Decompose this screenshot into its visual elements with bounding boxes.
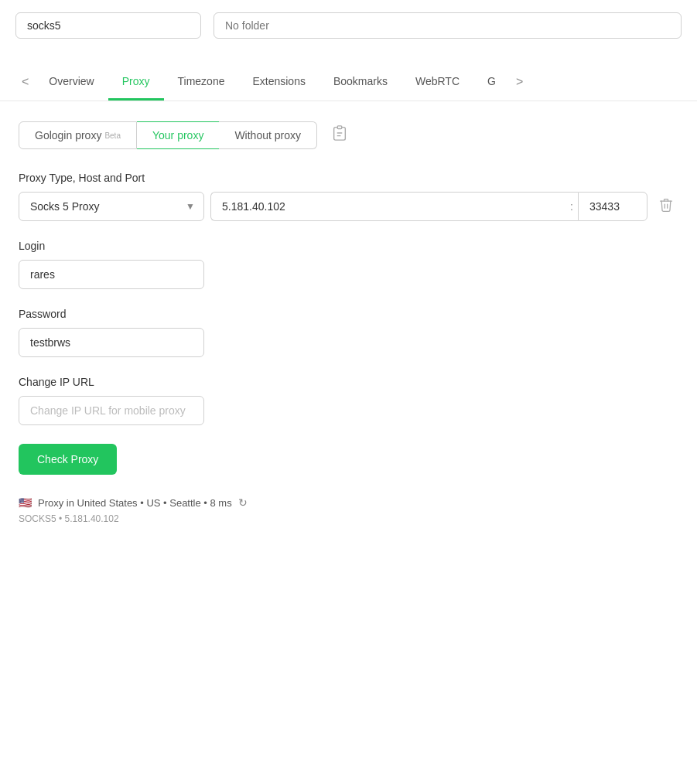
- svg-rect-0: [337, 126, 342, 129]
- proxy-section-label: Proxy Type, Host and Port: [19, 172, 678, 184]
- proxy-type-tabs: Gologin proxyBeta Your proxy Without pro…: [19, 120, 678, 150]
- change-ip-input[interactable]: [19, 396, 204, 425]
- login-label: Login: [19, 240, 678, 252]
- without-proxy-tab[interactable]: Without proxy: [219, 121, 317, 149]
- nav-tabs: < Overview Proxy Timezone Extensions Boo…: [0, 63, 697, 101]
- proxy-status-line: 🇺🇸 Proxy in United States • US • Seattle…: [19, 496, 678, 509]
- proxy-content: Gologin proxyBeta Your proxy Without pro…: [0, 101, 697, 543]
- tab-g[interactable]: G: [473, 64, 510, 101]
- change-ip-group: Change IP URL: [19, 376, 678, 425]
- proxy-host-row: Socks 5 Proxy Socks 4 Proxy HTTP Proxy H…: [19, 192, 678, 221]
- tab-overview[interactable]: Overview: [35, 64, 108, 101]
- clipboard-icon: [331, 124, 348, 141]
- login-group: Login: [19, 240, 678, 289]
- tab-timezone[interactable]: Timezone: [164, 64, 239, 101]
- password-label: Password: [19, 308, 678, 320]
- check-proxy-button[interactable]: Check Proxy: [19, 444, 117, 475]
- flag-icon: 🇺🇸: [19, 496, 32, 509]
- host-port-container: :: [210, 192, 647, 221]
- refresh-icon[interactable]: ↻: [238, 496, 248, 509]
- proxy-status-text: Proxy in United States • US • Seattle • …: [38, 497, 232, 509]
- nav-prev-button[interactable]: <: [15, 63, 35, 101]
- folder-input[interactable]: [214, 12, 682, 39]
- login-input[interactable]: [19, 260, 204, 289]
- password-input[interactable]: [19, 328, 204, 357]
- your-proxy-tab[interactable]: Your proxy: [137, 121, 219, 149]
- proxy-status: 🇺🇸 Proxy in United States • US • Seattle…: [19, 496, 678, 524]
- paste-proxy-button[interactable]: [326, 120, 353, 150]
- trash-icon: [658, 197, 674, 213]
- tab-webrtc[interactable]: WebRTC: [401, 64, 473, 101]
- tab-extensions[interactable]: Extensions: [238, 64, 319, 101]
- proxy-detail: SOCKS5 • 5.181.40.102: [19, 513, 678, 524]
- top-bar: [0, 0, 697, 51]
- nav-next-button[interactable]: >: [510, 63, 529, 101]
- port-input[interactable]: [578, 192, 647, 221]
- tab-proxy[interactable]: Proxy: [108, 64, 164, 101]
- gologin-proxy-tab[interactable]: Gologin proxyBeta: [19, 121, 137, 149]
- profile-name-input[interactable]: [15, 12, 201, 39]
- proxy-type-dropdown[interactable]: Socks 5 Proxy Socks 4 Proxy HTTP Proxy H…: [19, 192, 204, 221]
- host-input[interactable]: [210, 192, 565, 221]
- colon-separator: :: [565, 192, 578, 221]
- password-group: Password: [19, 308, 678, 357]
- delete-proxy-button[interactable]: [654, 193, 678, 221]
- tab-bookmarks[interactable]: Bookmarks: [319, 64, 401, 101]
- change-ip-label: Change IP URL: [19, 376, 678, 388]
- proxy-type-select-wrapper: Socks 5 Proxy Socks 4 Proxy HTTP Proxy H…: [19, 192, 204, 221]
